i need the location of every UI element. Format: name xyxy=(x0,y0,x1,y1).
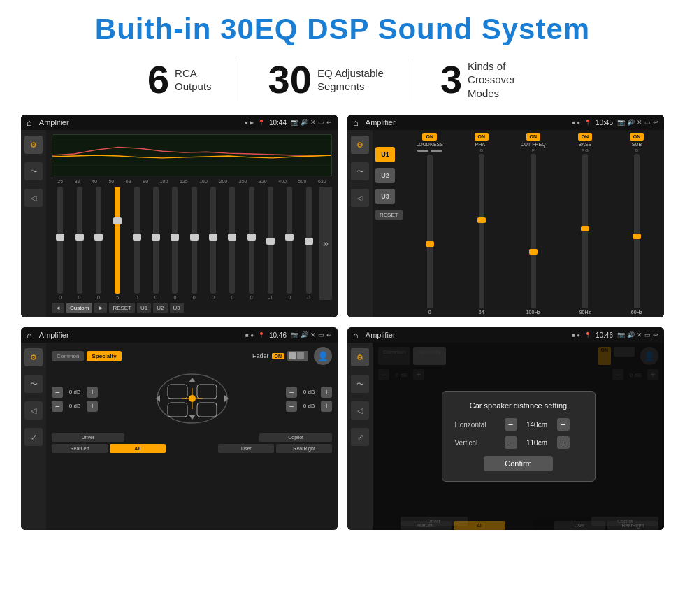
cross-back-icon[interactable]: ↩ xyxy=(653,119,658,126)
eq-back-icon[interactable]: ↩ xyxy=(326,119,332,126)
eq-prev-btn[interactable]: ◄ xyxy=(52,303,64,313)
left-db2-minus[interactable]: − xyxy=(52,401,63,412)
eq-reset-btn[interactable]: RESET xyxy=(109,303,135,313)
left-db1-plus[interactable]: + xyxy=(87,387,98,398)
eq-custom-btn[interactable]: Custom xyxy=(66,303,93,313)
cross-filter-icon[interactable]: ⚙ xyxy=(351,136,369,154)
crossover-controls-group: ON LOUDNESS 0 xyxy=(405,133,661,315)
svg-rect-7 xyxy=(168,403,187,417)
stat-crossover-number: 3 xyxy=(440,60,462,99)
bass-on[interactable]: ON xyxy=(578,133,593,141)
dist-vol-side-icon[interactable]: ◁ xyxy=(351,401,369,420)
driver-btn[interactable]: Driver xyxy=(52,433,124,442)
dist-bottom-row-2: RearLeft... All User RearRight xyxy=(401,521,658,530)
fader-loc: 📍 xyxy=(258,332,265,338)
eq-slider-0: 0 xyxy=(52,187,68,300)
u3-button[interactable]: U3 xyxy=(375,189,395,204)
eq-slider-8: 0 xyxy=(205,187,222,300)
sub-on[interactable]: ON xyxy=(630,133,644,141)
right-db1-plus[interactable]: + xyxy=(321,387,332,398)
cross-vol-side-icon[interactable]: ◁ xyxy=(351,189,369,207)
crossover-content: ⚙ 〜 ◁ U1 U2 U3 RESET xyxy=(347,130,664,317)
eq-u3-btn[interactable]: U3 xyxy=(170,303,184,313)
eq-u1-btn[interactable]: U1 xyxy=(137,303,151,313)
fader-home-icon[interactable]: ⌂ xyxy=(27,330,32,341)
svg-rect-5 xyxy=(168,385,187,399)
dist-back-icon[interactable]: ↩ xyxy=(653,331,658,338)
fader-on-badge[interactable]: ON xyxy=(272,353,285,359)
loudness-on[interactable]: ON xyxy=(422,133,437,141)
vertical-minus[interactable]: − xyxy=(505,436,517,449)
fader-label: Fader xyxy=(252,352,269,359)
crossover-reset-btn[interactable]: RESET xyxy=(375,210,403,220)
fader-expand-icon[interactable]: ⤢ xyxy=(24,428,43,446)
dist-filter-icon[interactable]: ⚙ xyxy=(351,348,369,366)
user-btn[interactable]: User xyxy=(218,444,274,453)
copilot-btn[interactable]: Copilot xyxy=(259,433,332,442)
fader-back-icon[interactable]: ↩ xyxy=(326,331,332,338)
eq-rect-icon: ▭ xyxy=(318,119,324,126)
vertical-row: Vertical − 110cm + xyxy=(455,436,582,449)
eq-filter-icon[interactable]: ⚙ xyxy=(24,136,43,154)
vertical-plus[interactable]: + xyxy=(557,436,570,449)
horizontal-minus[interactable]: − xyxy=(505,418,517,431)
fader-specialty-tab[interactable]: Specialty xyxy=(87,351,121,361)
stat-crossover-label: Kinds of Crossover Modes xyxy=(468,59,538,101)
rearleft-btn[interactable]: RearLeft xyxy=(52,444,108,453)
left-db1-minus[interactable]: − xyxy=(52,387,63,398)
dist-wave-icon[interactable]: 〜 xyxy=(351,375,369,393)
dist-expand-icon[interactable]: ⤢ xyxy=(351,428,369,446)
home-icon[interactable]: ⌂ xyxy=(27,117,32,128)
left-db2-val: 0 dB xyxy=(65,403,85,409)
eq-slider-9: 0 xyxy=(224,187,240,300)
phat-on[interactable]: ON xyxy=(475,133,489,141)
fader-status-icons: 📷 🔊 ✕ ▭ ↩ xyxy=(291,331,332,338)
dialog-overlay: Car speaker distance setting Horizontal … xyxy=(373,343,664,530)
fader-screen: ⌂ Amplifier ■ ● 📍 10:46 📷 🔊 ✕ ▭ ↩ ⚙ 〜 ◁ xyxy=(21,327,338,530)
eq-vol-side-icon[interactable]: ◁ xyxy=(24,189,43,207)
distance-screen: ⌂ Amplifier ■ ● 📍 10:46 📷 🔊 ✕ ▭ ↩ ⚙ 〜 ◁ xyxy=(347,327,664,530)
cross-wave-icon[interactable]: 〜 xyxy=(351,162,369,180)
phat-label: PHAT xyxy=(475,142,488,147)
dialog-title: Car speaker distance setting xyxy=(455,401,582,410)
right-db1-minus[interactable]: − xyxy=(286,387,297,398)
fader-status-bar: ⌂ Amplifier ■ ● 📍 10:46 📷 🔊 ✕ ▭ ↩ xyxy=(21,327,338,343)
eq-u2-btn[interactable]: U2 xyxy=(153,303,167,313)
next-arrow[interactable]: » xyxy=(319,187,332,300)
confirm-button[interactable]: Confirm xyxy=(484,456,553,471)
cutfreq-f: F xyxy=(532,148,535,152)
u1-button[interactable]: U1 xyxy=(375,147,395,162)
all-btn[interactable]: All xyxy=(110,444,166,453)
crossover-screen: ⌂ Amplifier ■ ● 📍 10:45 📷 🔊 ✕ ▭ ↩ ⚙ 〜 ◁ xyxy=(347,115,664,317)
horizontal-row: Horizontal − 140cm + xyxy=(455,418,582,431)
left-db1-val: 0 dB xyxy=(65,389,85,395)
horizontal-plus[interactable]: + xyxy=(557,418,570,431)
fader-wave-icon[interactable]: 〜 xyxy=(24,375,43,393)
cutfreq-on[interactable]: ON xyxy=(526,133,541,141)
fader-common-tab[interactable]: Common xyxy=(52,351,84,361)
left-db2-plus[interactable]: + xyxy=(87,401,98,412)
right-db2-plus[interactable]: + xyxy=(321,401,332,412)
fader-tabs: Common Specialty Fader ON 👤 xyxy=(52,347,332,365)
u2-button[interactable]: U2 xyxy=(375,168,395,183)
fader-vol-side-icon[interactable]: ◁ xyxy=(24,401,43,420)
rearright-btn[interactable]: RearRight xyxy=(276,444,332,453)
fader-title: Amplifier xyxy=(39,331,241,339)
dist-status-icons: 📷 🔊 ✕ ▭ ↩ xyxy=(617,331,658,338)
bass-label: BASS xyxy=(579,142,592,147)
dist-rearright-btn: RearRight xyxy=(607,521,658,530)
page-title: Buith-in 30EQ DSP Sound System xyxy=(21,13,664,46)
svg-rect-8 xyxy=(197,403,217,417)
right-db2-minus[interactable]: − xyxy=(286,401,297,412)
dist-home-icon[interactable]: ⌂ xyxy=(353,330,359,341)
fader-vol-icon: 🔊 xyxy=(301,331,308,338)
eq-wave-icon[interactable]: 〜 xyxy=(24,162,43,180)
stat-rca-label: RCA Outputs xyxy=(175,66,212,94)
eq-loc-icon: 📍 xyxy=(258,120,265,126)
eq-next-btn[interactable]: ► xyxy=(94,303,107,313)
cutfreq-col: ON CUT FREQ F 100Hz xyxy=(509,133,558,315)
dist-user-btn: User xyxy=(554,521,605,530)
crossover-home-icon[interactable]: ⌂ xyxy=(353,117,359,128)
eq-slider-5: 0 xyxy=(147,187,164,300)
fader-filter-icon[interactable]: ⚙ xyxy=(24,348,43,366)
